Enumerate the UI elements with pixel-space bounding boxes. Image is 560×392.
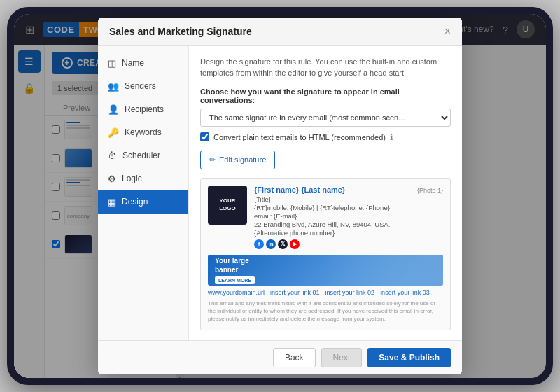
nav-item-logic[interactable]: ⚙ Logic	[98, 167, 188, 190]
linkedin-icon: in	[266, 239, 276, 249]
nav-label-recipients: Recipients	[125, 104, 164, 114]
facebook-icon: f	[254, 239, 264, 249]
convert-plaintext-label: Convert plain text emails to HTML (recom…	[214, 133, 386, 141]
tablet-frame: ⊞ CODE TWO Signatures What's new? ? U ☰ …	[7, 7, 553, 385]
x-icon: 𝕏	[278, 239, 288, 249]
nav-label-scheduler: Scheduler	[122, 150, 160, 160]
nav-label-design: Design	[122, 197, 148, 206]
nav-item-design[interactable]: ▦ Design	[98, 190, 188, 214]
sig-disclaimer: This email and any files transmitted wit…	[208, 300, 443, 323]
sig-banner-image	[326, 255, 443, 286]
conversation-dropdown[interactable]: The same signature in every email (most …	[200, 108, 451, 127]
senders-icon: 👥	[108, 81, 119, 92]
back-button[interactable]: Back	[273, 348, 316, 368]
dialog-content: Design the signature for this rule. You …	[189, 46, 462, 341]
nav-label-name: Name	[122, 58, 144, 68]
sig-banner: Your large banner LEARN MORE	[208, 255, 443, 286]
next-button: Next	[321, 348, 363, 368]
signature-preview: YOURLOGO {First name} {Last name} {Photo…	[200, 178, 451, 331]
nav-item-senders[interactable]: 👥 Senders	[98, 75, 188, 98]
dialog-description: Design the signature for this rule. You …	[200, 56, 451, 79]
recipients-icon: 👤	[108, 104, 119, 115]
choose-label: Choose how you want the signature to app…	[200, 88, 451, 104]
sig-title: {Title}	[254, 195, 443, 203]
convert-plaintext-row: Convert plain text emails to HTML (recom…	[200, 132, 451, 142]
sig-logo-text: YOURLOGO	[219, 197, 236, 212]
sig-name-row: {First name} {Last name} {Photo 1}	[254, 186, 443, 195]
sig-link-domain: www.yourdomain.url	[208, 289, 265, 296]
sig-links: www.yourdomain.url insert your link 01 i…	[208, 289, 443, 296]
sig-info: {First name} {Last name} {Photo 1} {Titl…	[254, 186, 443, 249]
dialog-nav: ◫ Name 👥 Senders 👤 Recipients	[98, 46, 189, 341]
nav-item-scheduler[interactable]: ⏱ Scheduler	[98, 144, 188, 167]
sig-banner-content: Your large banner LEARN MORE	[215, 256, 255, 284]
nav-item-name[interactable]: ◫ Name	[98, 52, 188, 75]
dialog-footer: Back Next Save & Publish	[98, 340, 462, 374]
scheduler-icon: ⏱	[108, 150, 117, 161]
keywords-icon: 🔑	[108, 127, 119, 138]
sig-banner-line2: banner	[215, 265, 255, 274]
tablet-screen: ⊞ CODE TWO Signatures What's new? ? U ☰ …	[14, 14, 546, 378]
conversation-dropdown-row: The same signature in every email (most …	[200, 108, 451, 127]
sig-email: email: {E-mail}	[254, 212, 443, 220]
sig-link-1: insert your link 01	[270, 289, 320, 296]
sig-banner-line1: Your large	[215, 256, 255, 265]
dialog-overlay: Sales and Marketing Signature × ◫ Name	[14, 45, 546, 378]
nav-item-recipients[interactable]: 👤 Recipients	[98, 98, 188, 121]
dialog-body: ◫ Name 👥 Senders 👤 Recipients	[98, 46, 462, 341]
pencil-icon: ✏	[209, 155, 216, 164]
logic-icon: ⚙	[108, 174, 116, 184]
sig-address: 22 Branding Blvd, Azure Hill, NV, 89404,…	[254, 220, 443, 228]
name-icon: ◫	[108, 58, 116, 69]
dialog: Sales and Marketing Signature × ◫ Name	[98, 45, 462, 374]
sig-mobile: {RT}mobile: {Mobile} | {RT}telephone: {P…	[254, 204, 443, 211]
sig-alt-phone: {Alternative phone number}	[254, 229, 443, 237]
info-icon[interactable]: ℹ	[390, 132, 393, 142]
design-icon: ▦	[108, 197, 116, 207]
sig-name: {First name} {Last name}	[254, 186, 345, 194]
sig-social-icons: f in 𝕏 ▶	[254, 239, 443, 249]
nav-label-keywords: Keywords	[125, 127, 162, 137]
main-area: ☰ 🔒 + CREATE RULE 1 selected Preview	[14, 45, 546, 378]
nav-label-logic: Logic	[122, 174, 142, 183]
sig-photo-label: {Photo 1}	[417, 187, 443, 194]
nav-item-keywords[interactable]: 🔑 Keywords	[98, 121, 188, 144]
save-publish-button[interactable]: Save & Publish	[368, 348, 451, 368]
sig-link-3: insert your link 03	[380, 289, 430, 296]
nav-label-senders: Senders	[125, 81, 156, 91]
convert-plaintext-checkbox[interactable]	[200, 132, 209, 141]
youtube-icon: ▶	[290, 239, 300, 249]
sig-banner-cta: LEARN MORE	[215, 276, 255, 284]
edit-signature-label: Edit signature	[219, 155, 266, 164]
sig-link-2: insert your link 02	[326, 289, 375, 296]
sig-preview-top: YOURLOGO {First name} {Last name} {Photo…	[208, 186, 443, 249]
edit-signature-button[interactable]: ✏ Edit signature	[200, 150, 275, 169]
sig-logo: YOURLOGO	[208, 186, 247, 225]
